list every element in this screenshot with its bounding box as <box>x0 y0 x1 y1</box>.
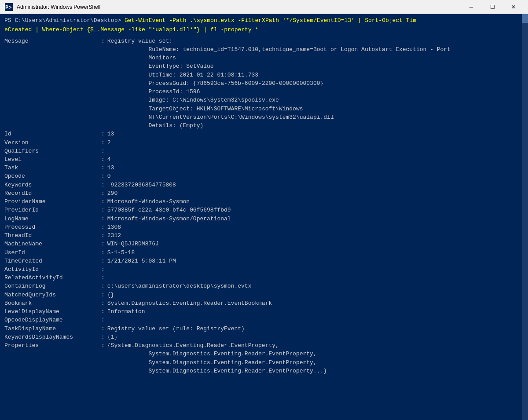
titlebar: P> Administrator: Windows PowerShell ─ ☐… <box>0 0 528 14</box>
fv-providerid: 5770385f-c22a-43e0-bf4c-06f5698ffbd9 <box>107 206 231 214</box>
fn-relatedactivityid: RelatedActivityId <box>4 274 101 282</box>
field-threadid: ThreadId : 2312 <box>4 231 524 240</box>
fn-recordid: RecordId <box>4 189 101 197</box>
output-area: Message : Registry value set: RuleName: … <box>4 37 524 375</box>
field-providername: ProviderName : Microsoft-Windows-Sysmon <box>4 197 524 206</box>
field-machinename: MachineName : WIN-Q5JJRDM876J <box>4 240 524 248</box>
fn-opcode: Opcode <box>4 172 101 180</box>
command-args: -Path .\sysmon.evtx -FilterXPath '*/Syst… <box>166 17 417 24</box>
fv-processid: 1308 <box>107 223 121 231</box>
fv-providername: Microsoft-Windows-Sysmon <box>107 197 190 206</box>
fn-properties: Properties <box>4 341 101 375</box>
fn-qualifiers: Qualifiers <box>4 147 101 155</box>
field-sep-message: : <box>101 37 105 130</box>
minimize-button[interactable]: ─ <box>461 0 481 14</box>
fv-machinename: WIN-Q5JJRDM876J <box>107 240 159 248</box>
field-keywordsdisplaynames: KeywordsDisplayNames : {1} <box>4 333 524 341</box>
field-name-message: Message <box>4 37 101 130</box>
field-logname: LogName : Microsoft-Windows-Sysmon/Opera… <box>4 215 524 223</box>
field-matchedqueryids: MatchedQueryIds : {} <box>4 291 524 299</box>
field-relatedactivityid: RelatedActivityId : <box>4 274 524 282</box>
field-version: Version : 2 <box>4 139 524 147</box>
command-keyword: Get-WinEvent <box>125 17 166 24</box>
fn-providerid: ProviderId <box>4 206 101 214</box>
fn-task: Task <box>4 164 101 172</box>
field-properties: Properties : {System.Diagnostics.Eventin… <box>4 341 524 375</box>
fn-logname: LogName <box>4 215 101 223</box>
field-value-message: Registry value set: RuleName: technique_… <box>107 37 451 130</box>
fv-matchedqueryids: {} <box>107 291 114 299</box>
fn-providername: ProviderName <box>4 197 101 206</box>
fn-keywords: Keywords <box>4 181 101 189</box>
fv-task: 13 <box>107 164 114 172</box>
fn-leveldisplayname: LevelDisplayName <box>4 307 101 316</box>
field-recordid: RecordId : 290 <box>4 189 524 197</box>
fv-keywords: -9223372036854775808 <box>107 181 176 189</box>
field-qualifiers: Qualifiers : <box>4 147 524 155</box>
field-userid: UserId : S-1-5-18 <box>4 248 524 257</box>
window-controls: ─ ☐ ✕ <box>461 0 524 14</box>
fn-level: Level <box>4 155 101 164</box>
app-icon: P> <box>4 3 13 11</box>
fn-opcodedisplayname: OpcodeDisplayName <box>4 316 101 324</box>
field-task: Task : 13 <box>4 164 524 172</box>
fn-version: Version <box>4 139 101 147</box>
field-bookmark: Bookmark : System.Diagnostics.Eventing.R… <box>4 299 524 307</box>
fv-containerlog: c:\users\administrator\desktop\sysmon.ev… <box>107 282 252 290</box>
fn-matchedqueryids: MatchedQueryIds <box>4 291 101 299</box>
prompt: PS C:\Users\Administrator\Desktop> <box>4 17 125 24</box>
field-processid: ProcessId : 1308 <box>4 223 524 231</box>
close-button[interactable]: ✕ <box>503 0 524 14</box>
field-containerlog: ContainerLog : c:\users\administrator\de… <box>4 282 524 290</box>
field-timecreated: TimeCreated : 1/21/2021 5:08:11 PM <box>4 257 524 265</box>
command-line-2: eCreated | Where-Object {$_.Message -lik… <box>4 26 524 34</box>
fn-id: Id <box>4 130 101 138</box>
field-level: Level : 4 <box>4 155 524 164</box>
window-title: Administrator: Windows PowerShell <box>17 4 461 10</box>
fv-id: 13 <box>107 130 114 138</box>
command-line: PS C:\Users\Administrator\Desktop> Get-W… <box>4 17 524 25</box>
field-message: Message : Registry value set: RuleName: … <box>4 37 524 130</box>
fv-threadid: 2312 <box>107 231 121 240</box>
fv-logname: Microsoft-Windows-Sysmon/Operational <box>107 215 231 223</box>
fv-recordid: 290 <box>107 189 117 197</box>
terminal-window[interactable]: PS C:\Users\Administrator\Desktop> Get-W… <box>0 14 528 420</box>
fn-timecreated: TimeCreated <box>4 257 101 265</box>
fn-keywordsdisplaynames: KeywordsDisplayNames <box>4 333 101 341</box>
fv-userid: S-1-5-18 <box>107 248 135 257</box>
maximize-button[interactable]: ☐ <box>482 0 502 14</box>
fn-machinename: MachineName <box>4 240 101 248</box>
fv-level: 4 <box>107 155 111 164</box>
scrollbar-thumb[interactable] <box>522 14 528 23</box>
field-opcodedisplayname: OpcodeDisplayName : <box>4 316 524 324</box>
scrollbar[interactable] <box>522 14 528 420</box>
fn-userid: UserId <box>4 248 101 257</box>
fv-taskdisplayname: Registry value set (rule: RegistryEvent) <box>107 325 245 333</box>
fv-properties: {System.Diagnostics.Eventing.Reader.Even… <box>107 341 327 375</box>
fn-containerlog: ContainerLog <box>4 282 101 290</box>
fn-bookmark: Bookmark <box>4 299 101 307</box>
fv-leveldisplayname: Information <box>107 307 145 316</box>
field-id: Id : 13 <box>4 130 524 138</box>
field-opcode: Opcode : 0 <box>4 172 524 180</box>
fv-keywordsdisplaynames: {1} <box>107 333 117 341</box>
field-taskdisplayname: TaskDisplayName : Registry value set (ru… <box>4 325 524 333</box>
fv-timecreated: 1/21/2021 5:08:11 PM <box>107 257 176 265</box>
command-continuation: eCreated | Where-Object {$_.Message -lik… <box>4 26 258 33</box>
field-leveldisplayname: LevelDisplayName : Information <box>4 307 524 316</box>
field-activityid: ActivityId : <box>4 265 524 274</box>
fv-opcode: 0 <box>107 172 111 180</box>
field-providerid: ProviderId : 5770385f-c22a-43e0-bf4c-06f… <box>4 206 524 214</box>
fn-processid: ProcessId <box>4 223 101 231</box>
fv-bookmark: System.Diagnostics.Eventing.Reader.Event… <box>107 299 272 307</box>
fv-version: 2 <box>107 139 111 147</box>
field-keywords: Keywords : -9223372036854775808 <box>4 181 524 189</box>
fn-activityid: ActivityId <box>4 265 101 274</box>
fn-taskdisplayname: TaskDisplayName <box>4 325 101 333</box>
svg-text:P>: P> <box>5 5 11 11</box>
fn-threadid: ThreadId <box>4 231 101 240</box>
